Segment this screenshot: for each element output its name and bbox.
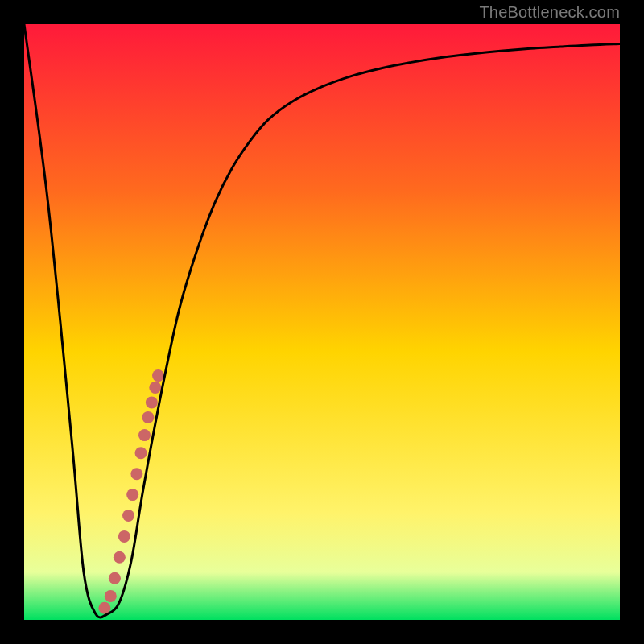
scatter-dot: [149, 382, 161, 394]
attribution-text: TheBottleneck.com: [479, 3, 620, 22]
scatter-dot: [152, 369, 164, 382]
scatter-dot: [130, 468, 142, 480]
scatter-dot: [118, 530, 130, 543]
scatter-dot: [146, 396, 158, 408]
chart-frame: TheBottleneck.com: [0, 0, 644, 644]
scatter-dot: [105, 590, 117, 602]
scatter-dot: [142, 411, 154, 423]
gradient-background: [24, 24, 620, 620]
chart-plot: [24, 24, 620, 620]
scatter-dot: [122, 510, 134, 522]
scatter-dot: [126, 489, 138, 501]
scatter-dot: [114, 551, 126, 564]
scatter-dot: [109, 572, 121, 584]
scatter-dot: [138, 429, 151, 441]
scatter-dot: [135, 447, 147, 459]
